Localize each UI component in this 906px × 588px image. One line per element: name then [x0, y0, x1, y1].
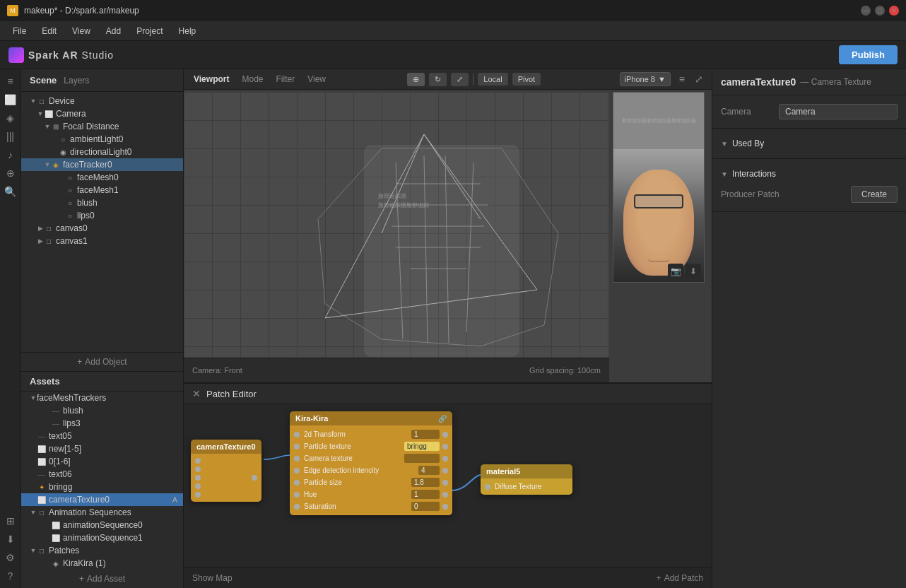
tab-mode[interactable]: Mode — [239, 73, 266, 86]
asset-item-animseq[interactable]: ▼ □ Animation Sequences — [21, 506, 183, 519]
sidebar-icon-ar[interactable]: ⊕ — [3, 165, 18, 181]
sidebar-icon-search[interactable]: 🔍 — [3, 184, 18, 199]
tree-item-canvas1[interactable]: ▶ □ canvas1 — [21, 235, 183, 247]
patch-output-dot[interactable] — [442, 444, 448, 449]
menu-file[interactable]: File — [6, 23, 33, 39]
sidebar-icon-download[interactable]: ⬇ — [3, 531, 18, 547]
menu-help[interactable]: Help — [172, 23, 204, 39]
patch-input-dot[interactable] — [294, 504, 300, 510]
patch-output-dot[interactable] — [442, 504, 448, 510]
patch-output-dot[interactable] — [442, 468, 448, 474]
tool-pivot[interactable]: Pivot — [512, 73, 541, 86]
add-patch-button[interactable]: + Add Patch — [657, 573, 703, 583]
add-object-button[interactable]: + Add Object — [21, 352, 183, 371]
sidebar-icon-audio[interactable]: ♪ — [3, 147, 18, 163]
viewport-expand-button[interactable]: ⤢ — [693, 72, 705, 86]
patch-input-dot[interactable] — [195, 475, 201, 481]
sidebar-icon-animation[interactable]: ||| — [3, 129, 18, 144]
menu-project[interactable]: Project — [129, 23, 170, 39]
field-value-edge[interactable] — [418, 466, 440, 475]
patch-canvas[interactable]: cameraTexture0 — [184, 404, 712, 562]
tool-local[interactable]: Local — [478, 73, 507, 86]
show-map-button[interactable]: Show Map — [192, 573, 233, 583]
patch-output-dot[interactable] — [252, 475, 257, 481]
asset-item-016[interactable]: ▶ ⬜ 0[1-6] — [21, 455, 183, 468]
tree-item-canvas0[interactable]: ▶ □ canvas0 — [21, 222, 183, 235]
tree-item-facemesh1[interactable]: ▶ ○ faceMesh1 — [21, 184, 183, 196]
patch-close-button[interactable]: ✕ — [192, 388, 201, 399]
patch-input-dot[interactable] — [294, 432, 300, 437]
camera-value-input[interactable] — [779, 104, 898, 119]
asset-item-text05[interactable]: ▶ — text05 — [21, 430, 183, 442]
menu-view[interactable]: View — [65, 23, 98, 39]
used-by-header[interactable]: ▼ Used By — [721, 134, 898, 153]
asset-item-new15[interactable]: ▶ ⬜ new[1-5] — [21, 442, 183, 455]
tool-rotate[interactable]: ↻ — [429, 73, 447, 86]
close-button[interactable]: ✕ — [889, 6, 899, 16]
patch-input-dot[interactable] — [294, 492, 300, 498]
patch-input-dot[interactable] — [195, 458, 201, 464]
tree-item-facemesh0[interactable]: ▶ ○ faceMesh0 — [21, 171, 183, 184]
asset-item-bringg[interactable]: ▶ ✦ bringg — [21, 481, 183, 493]
patch-output-dot[interactable] — [442, 492, 448, 498]
asset-item-animseq0[interactable]: ▶ ⬜ animationSequence0 — [21, 519, 183, 531]
patch-output-dot[interactable] — [442, 480, 448, 486]
patch-input-dot[interactable] — [294, 480, 300, 486]
patch-input-dot[interactable] — [195, 466, 201, 472]
asset-item-text06[interactable]: ▶ — text06 — [21, 468, 183, 481]
tree-item-facetracker[interactable]: ▼ ◈ faceTracker0 — [21, 158, 183, 171]
field-value-camera-texture[interactable] — [404, 454, 440, 463]
layers-tab[interactable]: Layers — [64, 76, 89, 86]
asset-item-patches[interactable]: ▼ □ Patches — [21, 544, 183, 557]
tree-item-directional[interactable]: ▶ ◉ directionalLight0 — [21, 146, 183, 158]
maximize-button[interactable]: □ — [875, 6, 885, 16]
patch-input-dot[interactable] — [294, 468, 300, 474]
asset-item-kirakira[interactable]: ▶ ◈ KiraKira (1) — [21, 557, 183, 570]
asset-item-blush[interactable]: ▶ — blush — [21, 404, 183, 417]
patch-output-dot[interactable] — [442, 432, 448, 437]
sidebar-icon-effects[interactable]: ◈ — [3, 110, 18, 126]
tree-item-device[interactable]: ▼ □ Device — [21, 95, 183, 107]
tree-item-ambient[interactable]: ▶ ○ ambientLight0 — [21, 133, 183, 146]
menu-edit[interactable]: Edit — [35, 23, 64, 39]
tab-viewport[interactable]: Viewport — [191, 73, 232, 86]
field-value-particle-size[interactable] — [411, 478, 440, 487]
asset-item-facemeshtrackers[interactable]: ▼ faceMeshTrackers — [21, 392, 183, 404]
tree-item-camera[interactable]: ▼ ⬜ Camera — [21, 107, 183, 120]
device-selector[interactable]: iPhone 8 ▼ — [620, 72, 671, 86]
asset-item-animseq1[interactable]: ▶ ⬜ animationSequence1 — [21, 531, 183, 544]
publish-button[interactable]: Publish — [839, 45, 898, 64]
sidebar-icon-add[interactable]: ⊞ — [3, 513, 18, 529]
preview-record-button[interactable]: ⬇ — [686, 264, 701, 279]
sidebar-icon-settings[interactable]: ⚙ — [3, 550, 18, 565]
field-value-hue[interactable] — [411, 490, 440, 499]
sidebar-icon-help[interactable]: ? — [3, 568, 18, 584]
tree-item-lips0[interactable]: ▶ ○ lips0 — [21, 209, 183, 222]
tree-item-focal[interactable]: ▼ ⊞ Focal Distance — [21, 120, 183, 133]
create-button[interactable]: Create — [851, 186, 898, 203]
tool-select[interactable]: ⊕ — [407, 73, 425, 86]
preview-screenshot-button[interactable]: 📷 — [668, 264, 683, 279]
tree-item-blush[interactable]: ▶ ○ blush — [21, 196, 183, 209]
interactions-header[interactable]: ▼ Interactions — [721, 165, 898, 183]
patch-input-dot[interactable] — [294, 444, 300, 449]
field-value-particle-texture[interactable] — [404, 442, 440, 451]
sidebar-icon-assets[interactable]: ⬜ — [3, 92, 18, 107]
menu-add[interactable]: Add — [99, 23, 128, 39]
tool-scale[interactable]: ⤢ — [451, 73, 469, 86]
add-asset-button[interactable]: + Add Asset — [21, 570, 183, 588]
viewport-options-button[interactable]: ≡ — [678, 72, 686, 86]
patch-input-dot[interactable] — [485, 484, 490, 490]
minimize-button[interactable]: — — [861, 6, 871, 16]
patch-input-dot[interactable] — [195, 492, 201, 498]
patch-input-dot[interactable] — [294, 456, 300, 461]
field-value-2dtransform[interactable] — [411, 430, 440, 439]
asset-item-cameratexture0[interactable]: ▶ ⬜ cameraTexture0 A — [21, 493, 183, 506]
patch-output-dot[interactable] — [442, 456, 448, 461]
patch-input-dot[interactable] — [195, 483, 201, 489]
tab-view[interactable]: View — [305, 73, 329, 86]
tab-filter[interactable]: Filter — [273, 73, 298, 86]
field-value-saturation[interactable] — [411, 502, 440, 511]
sidebar-icon-layers[interactable]: ≡ — [3, 74, 18, 89]
asset-item-lips3[interactable]: ▶ — lips3 — [21, 417, 183, 430]
